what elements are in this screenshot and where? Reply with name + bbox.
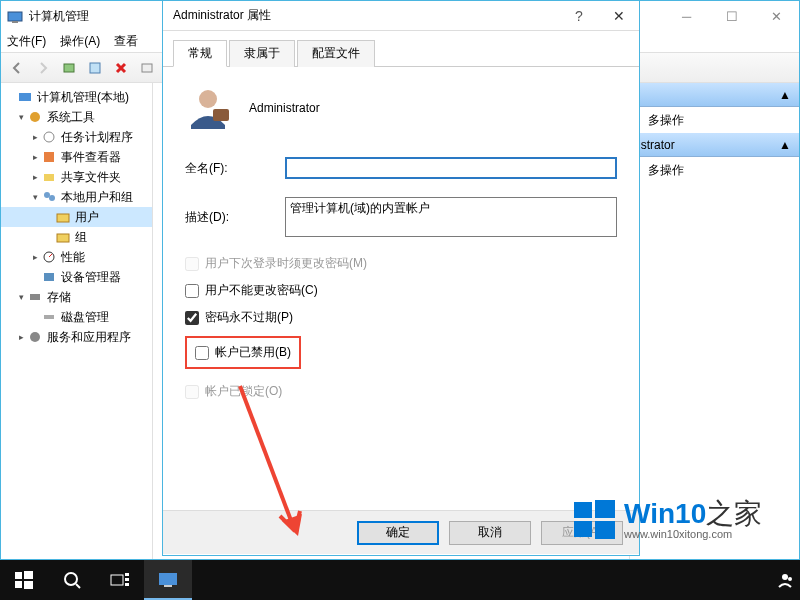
cancel-button[interactable]: 取消 [449, 521, 531, 545]
tree-node-perf[interactable]: ▸性能 [1, 247, 152, 267]
watermark: Win10之家 www.win10xitong.com [570, 480, 800, 560]
check-account-disabled[interactable]: 帐户已禁用(B) [195, 344, 291, 361]
svg-rect-33 [125, 578, 129, 581]
administrator-properties-dialog: Administrator 属性 ? ✕ 常规 隶属于 配置文件 Adminis… [162, 0, 640, 556]
check-must-change-password: 用户下次登录时须更改密码(M) [185, 255, 617, 272]
tab-memberof[interactable]: 隶属于 [229, 40, 295, 67]
minimize-button[interactable]: ─ [664, 2, 709, 30]
svg-rect-27 [24, 571, 33, 579]
close-button[interactable]: ✕ [599, 8, 639, 24]
description-input[interactable] [285, 197, 617, 237]
tab-bar: 常规 隶属于 配置文件 [163, 31, 639, 67]
svg-rect-16 [30, 294, 40, 300]
svg-rect-5 [19, 93, 31, 101]
tree-node-services[interactable]: ▸服务和应用程序 [1, 327, 152, 347]
ok-button[interactable]: 确定 [357, 521, 439, 545]
svg-rect-31 [111, 575, 123, 585]
refresh-button[interactable] [135, 56, 159, 80]
watermark-brand2: 之家 [706, 498, 762, 529]
menu-action[interactable]: 操作(A) [60, 33, 100, 50]
svg-point-38 [788, 577, 792, 581]
tree-node-systools[interactable]: ▾系统工具 [1, 107, 152, 127]
people-icon[interactable] [776, 571, 794, 589]
check-account-locked: 帐户已锁定(O) [185, 383, 617, 400]
up-button[interactable] [57, 56, 81, 80]
checkbox-disabled[interactable] [195, 346, 209, 360]
svg-point-30 [65, 573, 77, 585]
svg-rect-36 [164, 585, 172, 587]
action-more-2[interactable]: 多操作 [630, 157, 799, 183]
highlight-account-disabled: 帐户已禁用(B) [185, 336, 301, 369]
tree-node-diskmgmt[interactable]: 磁盘管理 [1, 307, 152, 327]
svg-rect-0 [8, 12, 22, 21]
svg-rect-20 [213, 109, 229, 121]
dialog-titlebar: Administrator 属性 ? ✕ [163, 1, 639, 31]
taskview-button[interactable] [96, 560, 144, 600]
tab-general[interactable]: 常规 [173, 40, 227, 67]
action-more-1[interactable]: 多操作 [630, 107, 799, 133]
dialog-title: Administrator 属性 [173, 7, 559, 24]
system-tray[interactable] [776, 571, 800, 589]
start-button[interactable] [0, 560, 48, 600]
tree-node-scheduler[interactable]: ▸任务计划程序 [1, 127, 152, 147]
dialog-body: Administrator 全名(F): 描述(D): 用户下次登录时须更改密码… [163, 67, 639, 521]
svg-rect-12 [57, 214, 69, 222]
svg-rect-34 [125, 583, 129, 586]
svg-rect-17 [44, 315, 54, 319]
svg-point-7 [44, 132, 54, 142]
watermark-brand1: Win10 [624, 498, 706, 529]
svg-point-11 [49, 195, 55, 201]
tree-node-users[interactable]: 用户 [1, 207, 152, 227]
svg-rect-15 [44, 273, 54, 281]
tree-node-storage[interactable]: ▾存储 [1, 287, 152, 307]
search-button[interactable] [48, 560, 96, 600]
fullname-input[interactable] [285, 157, 617, 179]
window-controls: ─ ☐ ✕ [664, 2, 799, 30]
description-label: 描述(D): [185, 209, 285, 226]
svg-point-18 [30, 332, 40, 342]
svg-rect-24 [574, 521, 592, 537]
svg-rect-25 [595, 521, 615, 539]
tree-node-events[interactable]: ▸事件查看器 [1, 147, 152, 167]
svg-rect-8 [44, 152, 54, 162]
tree-node-groups[interactable]: 组 [1, 227, 152, 247]
tree-node-shares[interactable]: ▸共享文件夹 [1, 167, 152, 187]
forward-button[interactable] [31, 56, 55, 80]
svg-point-37 [782, 574, 788, 580]
tree-node-device[interactable]: 设备管理器 [1, 267, 152, 287]
svg-rect-32 [125, 573, 129, 576]
tab-profile[interactable]: 配置文件 [297, 40, 375, 67]
check-password-never-expires[interactable]: 密码永不过期(P) [185, 309, 617, 326]
app-icon [7, 8, 23, 24]
help-button[interactable]: ? [559, 8, 599, 24]
windows-logo-icon [570, 496, 618, 544]
tree-node-root[interactable]: 计算机管理(本地) [1, 87, 152, 107]
delete-button[interactable] [109, 56, 133, 80]
svg-rect-3 [90, 63, 100, 73]
svg-rect-1 [12, 21, 18, 23]
back-button[interactable] [5, 56, 29, 80]
svg-rect-4 [142, 64, 152, 72]
user-avatar-icon [185, 85, 231, 131]
action-header-1[interactable]: ▲ [630, 83, 799, 107]
menu-view[interactable]: 查看 [114, 33, 138, 50]
svg-rect-29 [24, 581, 33, 589]
svg-rect-13 [57, 234, 69, 242]
checkbox-never-expires[interactable] [185, 311, 199, 325]
checkbox-cannot-change[interactable] [185, 284, 199, 298]
username-label: Administrator [249, 101, 320, 115]
svg-rect-26 [15, 572, 22, 579]
tree-node-localusers[interactable]: ▾本地用户和组 [1, 187, 152, 207]
check-cannot-change-password[interactable]: 用户不能更改密码(C) [185, 282, 617, 299]
menu-file[interactable]: 文件(F) [7, 33, 46, 50]
navigation-tree[interactable]: 计算机管理(本地) ▾系统工具 ▸任务计划程序 ▸事件查看器 ▸共享文件夹 ▾本… [1, 83, 153, 559]
maximize-button[interactable]: ☐ [709, 2, 754, 30]
taskbar [0, 560, 800, 600]
action-header-2[interactable]: istrator▲ [630, 133, 799, 157]
taskbar-app-compmgmt[interactable] [144, 560, 192, 600]
checkbox-locked [185, 385, 199, 399]
svg-rect-23 [595, 500, 615, 518]
dialog-button-bar: 确定 取消 应用(A) [163, 510, 639, 554]
close-button[interactable]: ✕ [754, 2, 799, 30]
props-button[interactable] [83, 56, 107, 80]
